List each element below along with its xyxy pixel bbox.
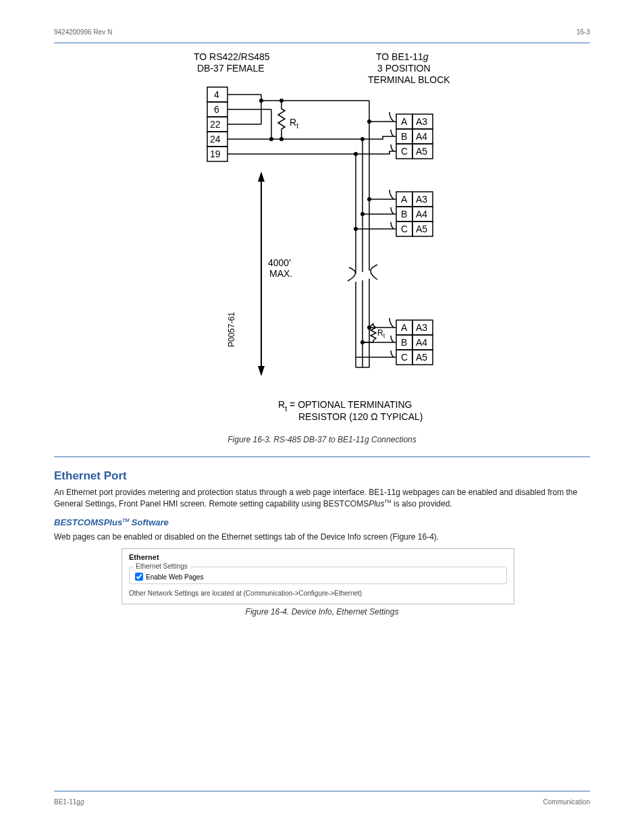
svg-point-87 bbox=[360, 340, 365, 344]
ethernet-settings-fieldset: Ethernet Settings Enable Web Pages bbox=[129, 567, 507, 584]
svg-marker-91 bbox=[258, 366, 265, 376]
figure-caption-2: Figure 16-4. Device Info, Ethernet Setti… bbox=[54, 607, 590, 617]
terminal-block-1: A A3 B A4 C A5 bbox=[396, 114, 433, 159]
svg-text:TERMINAL BLOCK: TERMINAL BLOCK bbox=[368, 74, 450, 85]
svg-point-66 bbox=[354, 227, 358, 231]
fieldset-legend: Ethernet Settings bbox=[134, 563, 190, 570]
db37-pins: 4 6 22 24 19 bbox=[207, 87, 227, 161]
svg-text:A: A bbox=[401, 116, 408, 127]
svg-text:A5: A5 bbox=[416, 224, 427, 234]
svg-text:B: B bbox=[401, 131, 407, 142]
svg-text:Rt: Rt bbox=[377, 328, 385, 339]
svg-point-30 bbox=[279, 137, 284, 141]
svg-text:B: B bbox=[401, 209, 407, 219]
svg-text:A5: A5 bbox=[416, 146, 427, 157]
svg-text:4000': 4000' bbox=[268, 257, 291, 268]
footer-left: BE1-11gg bbox=[54, 798, 84, 806]
svg-text:22: 22 bbox=[210, 119, 221, 130]
svg-point-65 bbox=[360, 212, 365, 216]
svg-text:Rt = OPTIONAL TERMINATING: Rt = OPTIONAL TERMINATING bbox=[278, 399, 412, 413]
svg-text:3 POSITION: 3 POSITION bbox=[377, 63, 431, 74]
page-header: 9424200996 Rev N 16-3 bbox=[54, 27, 590, 37]
screenshot-title: Ethernet bbox=[129, 553, 507, 561]
section-rule bbox=[54, 457, 590, 457]
svg-text:P0057-61: P0057-61 bbox=[227, 312, 236, 347]
svg-text:A3: A3 bbox=[416, 322, 427, 333]
header-left: 9424200996 Rev N bbox=[54, 28, 112, 36]
svg-point-64 bbox=[367, 197, 371, 201]
ethernet-settings-screenshot: Ethernet Ethernet Settings Enable Web Pa… bbox=[122, 548, 514, 604]
figure-caption-1: Figure 16-3. RS-485 DB-37 to BE1-11g Con… bbox=[54, 435, 590, 444]
section-heading: Ethernet Port bbox=[54, 469, 590, 483]
svg-text:TO BE1-11g: TO BE1-11g bbox=[376, 51, 429, 62]
svg-text:MAX.: MAX. bbox=[269, 268, 292, 279]
enable-web-pages-checkbox[interactable] bbox=[135, 573, 143, 581]
svg-text:A4: A4 bbox=[416, 131, 427, 142]
enable-web-pages-label: Enable Web Pages bbox=[146, 573, 203, 581]
header-rule bbox=[54, 43, 590, 43]
svg-text:DB-37  FEMALE: DB-37 FEMALE bbox=[197, 63, 265, 74]
svg-text:C: C bbox=[401, 352, 408, 363]
terminal-block-3: A A3 B A4 C A5 bbox=[396, 320, 433, 365]
svg-text:B: B bbox=[401, 337, 407, 348]
section-para-1: An Ethernet port provides metering and p… bbox=[54, 487, 590, 511]
svg-point-47 bbox=[360, 137, 365, 141]
svg-text:A4: A4 bbox=[416, 209, 427, 219]
svg-text:A3: A3 bbox=[416, 116, 427, 127]
svg-text:4: 4 bbox=[214, 89, 219, 100]
svg-text:TO RS422/RS485: TO RS422/RS485 bbox=[194, 51, 270, 62]
svg-text:24: 24 bbox=[210, 134, 221, 145]
svg-text:A: A bbox=[401, 194, 408, 205]
footer-right: Communication bbox=[543, 798, 590, 806]
rt-resistor-bottom: Rt bbox=[371, 323, 385, 342]
subhead: BESTCOMSPlusTM Software bbox=[54, 517, 590, 527]
svg-point-29 bbox=[279, 99, 284, 103]
svg-text:6: 6 bbox=[214, 104, 219, 115]
svg-text:19: 19 bbox=[210, 149, 221, 159]
svg-text:C: C bbox=[401, 146, 408, 157]
other-settings-note: Other Network Settings are located at (C… bbox=[129, 590, 507, 597]
svg-point-86 bbox=[367, 325, 371, 330]
svg-point-46 bbox=[367, 120, 371, 124]
svg-text:C: C bbox=[401, 224, 408, 234]
section-para-2: Web pages can be enabled or disabled on … bbox=[54, 531, 590, 543]
rt-resistor-top: Rt bbox=[278, 105, 298, 139]
footer-rule bbox=[54, 791, 590, 791]
wiring-diagram: .t { font-family: Arial, sans-serif; fil… bbox=[54, 50, 590, 431]
header-right: 16-3 bbox=[576, 28, 590, 36]
svg-point-48 bbox=[354, 152, 358, 156]
svg-text:A5: A5 bbox=[416, 352, 427, 363]
svg-text:A3: A3 bbox=[416, 194, 427, 205]
svg-text:Rt: Rt bbox=[290, 117, 298, 130]
svg-text:RESISTOR (120 Ω TYPICAL): RESISTOR (120 Ω TYPICAL) bbox=[298, 411, 423, 422]
svg-marker-90 bbox=[258, 172, 265, 182]
wiring-diagram-svg: .t { font-family: Arial, sans-serif; fil… bbox=[167, 50, 477, 428]
enable-web-pages-row[interactable]: Enable Web Pages bbox=[135, 573, 501, 581]
svg-text:A: A bbox=[401, 322, 408, 333]
page-footer: BE1-11gg Communication bbox=[54, 797, 590, 807]
terminal-block-2: A A3 B A4 C A5 bbox=[396, 192, 433, 236]
svg-text:A4: A4 bbox=[416, 337, 427, 348]
